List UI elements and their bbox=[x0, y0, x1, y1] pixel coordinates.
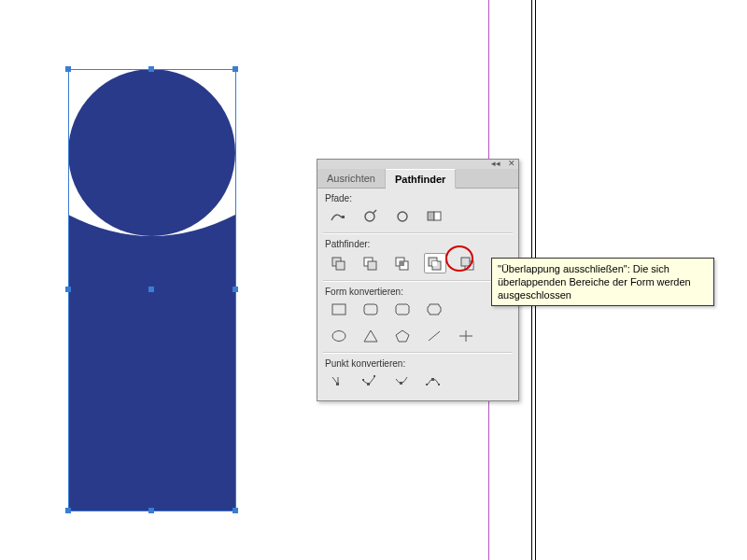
svg-rect-9 bbox=[368, 261, 376, 270]
section-label-convert-shape: Form konvertieren: bbox=[317, 282, 518, 299]
point-plain[interactable] bbox=[329, 372, 349, 391]
svg-marker-22 bbox=[364, 330, 377, 342]
selection-handle[interactable] bbox=[65, 66, 71, 72]
pathfinder-exclude-overlap[interactable] bbox=[424, 253, 446, 273]
shape-rounded-rect[interactable] bbox=[360, 301, 381, 319]
svg-rect-28 bbox=[367, 383, 370, 385]
selection-handle[interactable] bbox=[148, 287, 154, 292]
shape-rect[interactable] bbox=[329, 301, 349, 319]
selected-rectangle[interactable] bbox=[68, 215, 235, 511]
svg-rect-27 bbox=[336, 383, 339, 385]
svg-rect-12 bbox=[400, 261, 404, 266]
shape-beveled-rect[interactable] bbox=[392, 301, 413, 319]
shape-polygon[interactable] bbox=[392, 327, 413, 345]
svg-point-1 bbox=[365, 212, 374, 221]
svg-rect-15 bbox=[432, 261, 437, 266]
svg-marker-20 bbox=[396, 304, 409, 315]
shape-orthogonal-line[interactable] bbox=[456, 327, 476, 345]
svg-marker-23 bbox=[396, 330, 409, 342]
svg-rect-5 bbox=[434, 212, 441, 220]
selection-handle[interactable] bbox=[148, 66, 154, 72]
tooltip: "Überlappung ausschließen": Die sich übe… bbox=[491, 258, 714, 306]
svg-rect-29 bbox=[362, 379, 364, 381]
selection-handle[interactable] bbox=[233, 66, 238, 72]
panel-titlebar[interactable]: ◂◂ ✕ bbox=[317, 160, 518, 169]
svg-rect-30 bbox=[374, 375, 375, 377]
panel-tabs: Ausrichten Pathfinder bbox=[317, 169, 518, 189]
section-label-convert-point: Punkt konvertieren: bbox=[317, 354, 518, 371]
point-smooth[interactable] bbox=[392, 372, 413, 391]
svg-point-21 bbox=[332, 331, 345, 342]
panel-close-icon[interactable]: ✕ bbox=[506, 159, 516, 168]
svg-rect-32 bbox=[431, 378, 434, 381]
svg-point-3 bbox=[398, 212, 407, 221]
svg-line-24 bbox=[429, 331, 440, 341]
open-path[interactable] bbox=[360, 207, 381, 226]
selection-handle[interactable] bbox=[65, 287, 71, 292]
pathfinder-row bbox=[317, 251, 518, 279]
svg-rect-19 bbox=[364, 304, 377, 315]
point-row bbox=[317, 371, 518, 400]
join-path[interactable] bbox=[329, 207, 349, 226]
svg-rect-18 bbox=[332, 304, 345, 315]
section-label-paths: Pfade: bbox=[317, 189, 518, 205]
pathfinder-minus-back[interactable] bbox=[458, 254, 478, 273]
point-corner[interactable] bbox=[360, 372, 381, 391]
shape-row-2 bbox=[317, 325, 518, 351]
svg-rect-0 bbox=[342, 216, 345, 218]
svg-rect-7 bbox=[336, 261, 345, 270]
pathfinder-panel[interactable]: ◂◂ ✕ Ausrichten Pathfinder Pfade: Pathfi… bbox=[317, 159, 519, 401]
svg-line-2 bbox=[374, 210, 376, 213]
tab-align[interactable]: Ausrichten bbox=[317, 169, 386, 188]
selected-ellipse[interactable] bbox=[68, 69, 235, 236]
svg-rect-4 bbox=[428, 212, 434, 220]
svg-rect-17 bbox=[461, 258, 470, 266]
pathfinder-subtract[interactable] bbox=[360, 254, 381, 273]
close-path[interactable] bbox=[392, 207, 413, 226]
paths-row bbox=[317, 205, 518, 231]
section-label-pathfinder: Pathfinder: bbox=[317, 234, 518, 251]
panel-menu-icon[interactable]: ◂◂ bbox=[490, 159, 500, 168]
selection-handle[interactable] bbox=[148, 508, 154, 513]
svg-rect-34 bbox=[438, 384, 440, 385]
svg-rect-33 bbox=[426, 384, 428, 385]
reverse-path[interactable] bbox=[424, 207, 444, 226]
shape-ellipse[interactable] bbox=[329, 327, 349, 345]
point-symmetric[interactable] bbox=[424, 372, 444, 391]
pathfinder-intersect[interactable] bbox=[392, 254, 413, 273]
selection-handle[interactable] bbox=[233, 287, 238, 292]
pathfinder-add[interactable] bbox=[329, 254, 349, 273]
tab-pathfinder[interactable]: Pathfinder bbox=[386, 169, 456, 189]
shape-line[interactable] bbox=[424, 327, 444, 345]
shape-row-1 bbox=[317, 299, 518, 325]
svg-rect-31 bbox=[400, 382, 402, 385]
shape-triangle[interactable] bbox=[360, 327, 381, 345]
selection-handle[interactable] bbox=[233, 508, 238, 513]
shape-inverse-rounded[interactable] bbox=[424, 301, 444, 319]
selection-handle[interactable] bbox=[65, 508, 71, 513]
